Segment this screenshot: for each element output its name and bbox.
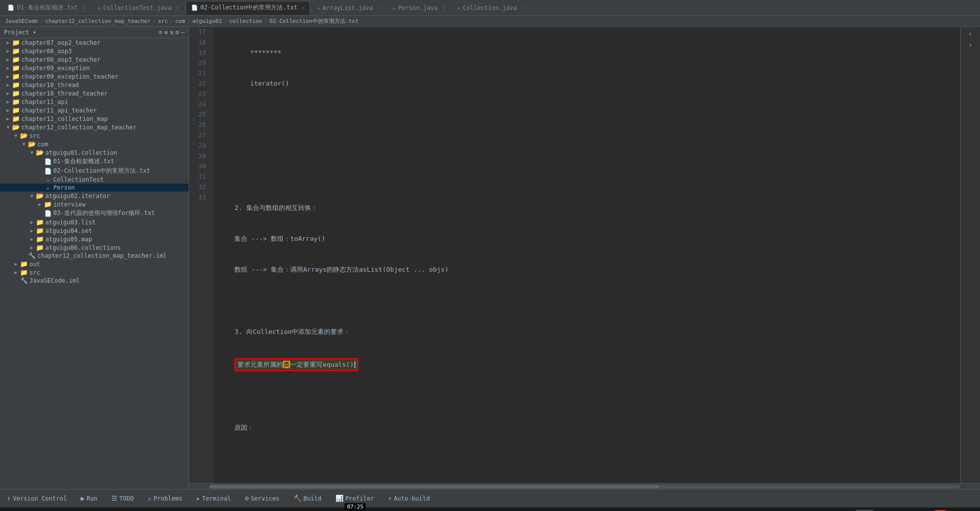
folder-icon-src2: 📁 [20,269,28,276]
editor-area: 17 18 19 20 21 22 23 24 25 26 27 28 29 3… [189,27,980,489]
txt-icon-3: 📄 [44,210,52,217]
bottom-toolbar: ↑ Version Control ▶ Run ☰ TODO ⚠ Problem… [0,489,980,507]
folder-icon-chapter11: 📁 [12,98,20,105]
close-tab-5[interactable]: ✕ [442,5,445,10]
close-tab-6[interactable]: ✕ [521,5,524,10]
folder-icon-chapter09t: 📁 [12,73,20,80]
tree-item-chapter10t[interactable]: ▶ 📁 chapter10_thread_teacher [0,89,189,98]
arrow-atguigu05: ▶ [28,236,36,242]
version-control-icon: ↑ [7,495,11,502]
toolbar-profiler[interactable]: 📊 Profiler [332,494,377,503]
toolbar-services[interactable]: ⚙ Services [242,494,283,503]
tree-item-chapter07[interactable]: ▶ 📁 chapter07_oop2_teacher [0,38,189,47]
close-tab-1[interactable]: ✕ [83,5,86,10]
tree-item-javasecode-iml[interactable]: ▶ 🔧 JavaSECode.iml [0,277,189,285]
code-line-23: 集合 ---> 数组：toArray() [219,234,955,244]
txt-file-icon: 📄 [7,4,14,11]
todo-icon: ☰ [111,495,117,502]
tree-item-chapter10[interactable]: ▶ 📁 chapter10_thread [0,81,189,89]
toolbar-problems[interactable]: ⚠ Problems [145,494,186,503]
code-content[interactable]: ******** iterator() 2. 集合与数组的相互转换： 集合 --… [214,27,960,483]
tree-item-atguigu04[interactable]: ▶ 📁 atguigu04.set [0,226,189,235]
tree-item-file-01txt[interactable]: ▶ 📄 01-集合框架概述.txt [0,157,189,166]
auto-build-icon: ⚡ [388,495,392,502]
sidebar-locate-icon[interactable]: ⊙ [159,29,162,36]
minimap-scroll-up[interactable]: ‹ [968,29,973,38]
close-tab-2[interactable]: ✕ [176,5,179,10]
toolbar-label-auto-build: Auto-build [394,495,430,502]
tab-person[interactable]: ☕ Person.java ✕ [387,1,450,15]
tree-item-src2[interactable]: ▶ 📁 src [0,268,189,277]
tree-item-chapter12t[interactable]: ▼ 📂 chapter12_collection_map_teacher [0,123,189,131]
minimap: ‹ › [960,27,980,483]
toolbar-build[interactable]: 🔨 Build [291,494,325,503]
folder-icon-com: 📂 [28,140,36,148]
tree-item-atguigu06[interactable]: ▶ 📁 atguigu06.collections [0,243,189,252]
folder-icon-atguigu06: 📁 [36,244,44,251]
sidebar-hide-icon[interactable]: — [181,29,185,36]
tree-label: chapter07_oop2_teacher [21,39,101,46]
editor-scrollbar[interactable] [189,483,980,489]
tree-item-chapter08[interactable]: ▶ 📁 chapter08_oop3 [0,47,189,55]
tree-item-atguigu01[interactable]: ▼ 📂 atguigu01.collection [0,148,189,157]
tree-label: 02-Collection中的常用方法.txt [53,167,150,175]
tree-item-out[interactable]: ▶ 📁 out [0,260,189,268]
tree-item-atguigu05[interactable]: ▶ 📁 atguigu05.map [0,235,189,243]
folder-icon-chapter10t: 📁 [12,90,20,97]
tab-collectiontest[interactable]: ☕ CollectionTest.java ✕ [92,1,185,15]
toolbar-run[interactable]: ▶ Run [78,494,101,503]
tree-label: atguigu01.collection [45,149,117,156]
tree-item-person-file[interactable]: ▶ ☕ Person [0,184,189,192]
tree-item-com[interactable]: ▼ 📂 com [0,140,189,148]
sidebar-icons: ⊙ ≡ ⇅ ⚙ — [159,29,185,36]
toolbar-version-control[interactable]: ↑ Version Control [4,494,70,503]
tree-item-chapter09t[interactable]: ▶ 📁 chapter09_exception_teacher [0,72,189,81]
toolbar-auto-build[interactable]: ⚡ Auto-build [385,494,433,503]
tree-item-atguigu02[interactable]: ▼ 📂 atguigu02.iterator [0,192,189,200]
scrollbar-thumb[interactable] [209,485,659,489]
close-tab-4[interactable]: ✕ [377,5,380,10]
sidebar-expand-icon[interactable]: ⇅ [170,29,173,36]
tree-item-file-02txt[interactable]: ▶ 📄 02-Collection中的常用方法.txt [0,166,189,176]
scrollbar-track[interactable] [209,485,960,489]
sidebar-header: Project ▾ ⊙ ≡ ⇅ ⚙ — [0,27,189,38]
tree-item-collectiontest-file[interactable]: ▶ ☕ CollectionTest [0,176,189,184]
code-line-29: 原因： [219,423,955,433]
tree-item-atguigu03[interactable]: ▶ 📁 atguigu03.list [0,218,189,226]
tab-collection[interactable]: ☕ Collection.java ✕ [451,1,530,15]
txt-icon-1: 📄 [44,158,52,165]
sidebar-settings-icon[interactable]: ⚙ [176,29,179,36]
minimap-scroll-down[interactable]: › [968,40,973,50]
tree-label: chapter09_exception_teacher [21,73,118,80]
toolbar-todo[interactable]: ☰ TODO [109,494,137,503]
close-tab-3[interactable]: ✕ [302,5,305,10]
tree-item-03txt[interactable]: ▶ 📄 03-迭代器的使用与增强for循环.txt [0,208,189,218]
tree-item-chapter09[interactable]: ▶ 📁 chapter09_exception [0,64,189,72]
toolbar-terminal[interactable]: ▸ Terminal [193,494,234,503]
toolbar-label-terminal: Terminal [202,495,231,502]
arrow-chapter08t: ▶ [4,57,12,62]
folder-icon-chapter12t: 📂 [12,123,20,131]
tree-label: Person [53,184,75,191]
tree-label: CollectionTest [53,176,104,183]
tree-label: 01-集合框架概述.txt [53,157,114,166]
tree-label: chapter09_exception [21,65,90,72]
folder-icon-interview: 📁 [44,201,52,208]
iml-icon: 🔧 [28,252,36,259]
tree-item-chapter12[interactable]: ▶ 📁 chapter12_collection_map [0,114,189,123]
tab-02-collection-txt[interactable]: 📄 02-Collection中的常用方法.txt ✕ [186,1,311,15]
tree-label: atguigu06.collections [45,244,121,251]
tree-item-iml[interactable]: ▶ 🔧 chapter12_collection_map_teacher.iml [0,252,189,260]
tree-item-src[interactable]: ▼ 📂 src [0,131,189,140]
tree-item-chapter11t[interactable]: ▶ 📁 chapter11_api_teacher [0,106,189,114]
tree-item-chapter08t[interactable]: ▶ 📁 chapter08_oop3_teacher [0,55,189,64]
tab-01-txt[interactable]: 📄 01-集合框架概述.txt ✕ [2,1,91,15]
sidebar-collapse-icon[interactable]: ≡ [164,29,168,36]
tree-item-chapter11[interactable]: ▶ 📁 chapter11_api [0,98,189,106]
tab-arraylist[interactable]: ☕ ArrayList.java ✕ [311,1,386,15]
code-line-21 [219,172,955,182]
arrow-atguigu03: ▶ [28,219,36,225]
terminal-icon: ▸ [196,495,200,502]
tree-item-interview[interactable]: ▶ 📁 interview [0,200,189,208]
tree-label: chapter11_api [21,99,68,105]
